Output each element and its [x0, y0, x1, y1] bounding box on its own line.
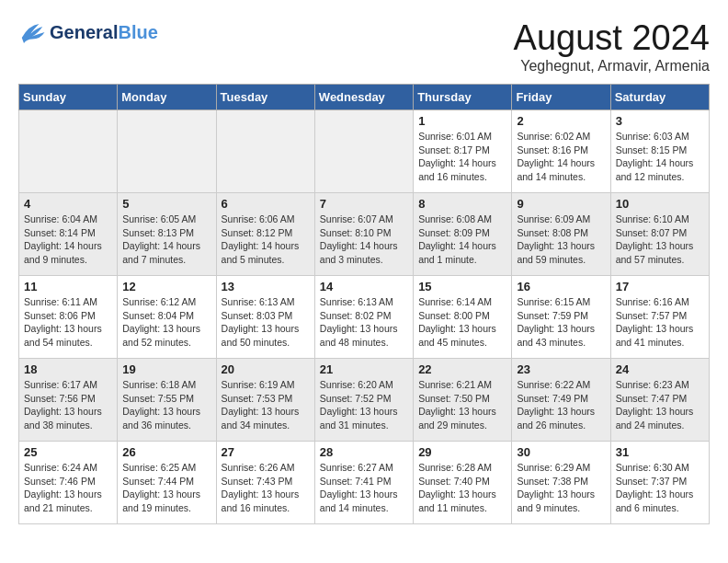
day-number: 11: [24, 280, 112, 293]
day-info: Sunrise: 6:20 AM Sunset: 7:52 PM Dayligh…: [320, 378, 408, 432]
header-day-saturday: Saturday: [610, 85, 709, 110]
day-info: Sunrise: 6:04 AM Sunset: 8:14 PM Dayligh…: [24, 213, 112, 267]
day-number: 22: [418, 362, 506, 376]
day-number: 4: [24, 197, 112, 211]
day-cell-19: 19Sunrise: 6:18 AM Sunset: 7:55 PM Dayli…: [118, 359, 216, 442]
day-cell-29: 29Sunrise: 6:28 AM Sunset: 7:40 PM Dayli…: [414, 442, 512, 524]
logo: GeneralBlue: [18, 18, 158, 46]
empty-cell: [216, 110, 314, 193]
title-block: August 2024 Yeghegnut, Armavir, Armenia: [514, 18, 710, 75]
logo-text: GeneralBlue: [50, 22, 158, 42]
day-cell-15: 15Sunrise: 6:14 AM Sunset: 8:00 PM Dayli…: [414, 276, 512, 359]
header-day-tuesday: Tuesday: [216, 85, 314, 110]
header-day-thursday: Thursday: [414, 85, 512, 110]
day-info: Sunrise: 6:17 AM Sunset: 7:56 PM Dayligh…: [24, 378, 112, 432]
day-info: Sunrise: 6:13 AM Sunset: 8:03 PM Dayligh…: [222, 295, 310, 350]
day-info: Sunrise: 6:30 AM Sunset: 7:37 PM Dayligh…: [616, 461, 704, 515]
day-number: 14: [320, 280, 408, 293]
day-cell-14: 14Sunrise: 6:13 AM Sunset: 8:02 PM Dayli…: [314, 276, 413, 359]
day-info: Sunrise: 6:03 AM Sunset: 8:15 PM Dayligh…: [616, 130, 704, 184]
day-number: 5: [122, 197, 210, 211]
day-number: 19: [122, 362, 210, 376]
day-number: 8: [418, 197, 506, 211]
day-cell-21: 21Sunrise: 6:20 AM Sunset: 7:52 PM Dayli…: [314, 359, 413, 442]
header-day-sunday: Sunday: [19, 85, 118, 110]
day-cell-1: 1Sunrise: 6:01 AM Sunset: 8:17 PM Daylig…: [414, 110, 512, 193]
day-info: Sunrise: 6:29 AM Sunset: 7:38 PM Dayligh…: [517, 461, 605, 515]
day-number: 9: [517, 197, 605, 211]
header-row: SundayMondayTuesdayWednesdayThursdayFrid…: [19, 85, 710, 110]
day-cell-17: 17Sunrise: 6:16 AM Sunset: 7:57 PM Dayli…: [610, 276, 709, 359]
day-number: 21: [320, 362, 408, 376]
day-cell-22: 22Sunrise: 6:21 AM Sunset: 7:50 PM Dayli…: [414, 359, 512, 442]
page-header: GeneralBlue August 2024 Yeghegnut, Armav…: [18, 18, 710, 75]
day-number: 25: [24, 445, 112, 459]
day-info: Sunrise: 6:22 AM Sunset: 7:49 PM Dayligh…: [517, 378, 605, 432]
day-info: Sunrise: 6:01 AM Sunset: 8:17 PM Dayligh…: [418, 130, 506, 184]
day-info: Sunrise: 6:12 AM Sunset: 8:04 PM Dayligh…: [122, 295, 210, 350]
empty-cell: [19, 110, 118, 193]
calendar-table: SundayMondayTuesdayWednesdayThursdayFrid…: [18, 84, 710, 524]
day-info: Sunrise: 6:19 AM Sunset: 7:53 PM Dayligh…: [222, 378, 310, 432]
day-number: 13: [222, 280, 310, 293]
day-number: 18: [24, 362, 112, 376]
logo-icon: [18, 18, 46, 46]
day-number: 23: [517, 362, 605, 376]
location: Yeghegnut, Armavir, Armenia: [514, 58, 710, 75]
day-cell-8: 8Sunrise: 6:08 AM Sunset: 8:09 PM Daylig…: [414, 193, 512, 276]
day-number: 29: [418, 445, 506, 459]
day-info: Sunrise: 6:11 AM Sunset: 8:06 PM Dayligh…: [24, 295, 112, 350]
day-number: 17: [616, 280, 704, 293]
day-cell-13: 13Sunrise: 6:13 AM Sunset: 8:03 PM Dayli…: [216, 276, 314, 359]
day-cell-28: 28Sunrise: 6:27 AM Sunset: 7:41 PM Dayli…: [314, 442, 413, 524]
day-info: Sunrise: 6:14 AM Sunset: 8:00 PM Dayligh…: [418, 295, 506, 350]
header-day-friday: Friday: [512, 85, 610, 110]
day-number: 20: [222, 362, 310, 376]
day-info: Sunrise: 6:06 AM Sunset: 8:12 PM Dayligh…: [222, 213, 310, 267]
day-number: 27: [222, 445, 310, 459]
day-number: 10: [616, 197, 704, 211]
empty-cell: [118, 110, 216, 193]
day-info: Sunrise: 6:23 AM Sunset: 7:47 PM Dayligh…: [616, 378, 704, 432]
day-info: Sunrise: 6:07 AM Sunset: 8:10 PM Dayligh…: [320, 213, 408, 267]
week-row-2: 4Sunrise: 6:04 AM Sunset: 8:14 PM Daylig…: [19, 193, 710, 276]
day-info: Sunrise: 6:27 AM Sunset: 7:41 PM Dayligh…: [320, 461, 408, 515]
day-cell-5: 5Sunrise: 6:05 AM Sunset: 8:13 PM Daylig…: [118, 193, 216, 276]
day-number: 16: [517, 280, 605, 293]
day-cell-27: 27Sunrise: 6:26 AM Sunset: 7:43 PM Dayli…: [216, 442, 314, 524]
day-number: 30: [517, 445, 605, 459]
day-number: 1: [418, 114, 506, 128]
day-info: Sunrise: 6:26 AM Sunset: 7:43 PM Dayligh…: [222, 461, 310, 515]
day-cell-7: 7Sunrise: 6:07 AM Sunset: 8:10 PM Daylig…: [314, 193, 413, 276]
day-number: 2: [517, 114, 605, 128]
day-cell-20: 20Sunrise: 6:19 AM Sunset: 7:53 PM Dayli…: [216, 359, 314, 442]
day-cell-30: 30Sunrise: 6:29 AM Sunset: 7:38 PM Dayli…: [512, 442, 610, 524]
day-cell-18: 18Sunrise: 6:17 AM Sunset: 7:56 PM Dayli…: [19, 359, 118, 442]
day-info: Sunrise: 6:18 AM Sunset: 7:55 PM Dayligh…: [122, 378, 210, 432]
day-cell-23: 23Sunrise: 6:22 AM Sunset: 7:49 PM Dayli…: [512, 359, 610, 442]
day-number: 28: [320, 445, 408, 459]
day-info: Sunrise: 6:16 AM Sunset: 7:57 PM Dayligh…: [616, 295, 704, 350]
day-cell-2: 2Sunrise: 6:02 AM Sunset: 8:16 PM Daylig…: [512, 110, 610, 193]
day-info: Sunrise: 6:08 AM Sunset: 8:09 PM Dayligh…: [418, 213, 506, 267]
day-number: 3: [616, 114, 704, 128]
day-info: Sunrise: 6:10 AM Sunset: 8:07 PM Dayligh…: [616, 213, 704, 267]
day-cell-12: 12Sunrise: 6:12 AM Sunset: 8:04 PM Dayli…: [118, 276, 216, 359]
day-cell-25: 25Sunrise: 6:24 AM Sunset: 7:46 PM Dayli…: [19, 442, 118, 524]
day-info: Sunrise: 6:28 AM Sunset: 7:40 PM Dayligh…: [418, 461, 506, 515]
day-info: Sunrise: 6:05 AM Sunset: 8:13 PM Dayligh…: [122, 213, 210, 267]
day-info: Sunrise: 6:25 AM Sunset: 7:44 PM Dayligh…: [122, 461, 210, 515]
day-number: 26: [122, 445, 210, 459]
empty-cell: [314, 110, 413, 193]
day-info: Sunrise: 6:15 AM Sunset: 7:59 PM Dayligh…: [517, 295, 605, 350]
day-number: 24: [616, 362, 704, 376]
day-cell-16: 16Sunrise: 6:15 AM Sunset: 7:59 PM Dayli…: [512, 276, 610, 359]
month-title: August 2024: [514, 18, 710, 58]
header-day-monday: Monday: [118, 85, 216, 110]
day-info: Sunrise: 6:24 AM Sunset: 7:46 PM Dayligh…: [24, 461, 112, 515]
day-cell-24: 24Sunrise: 6:23 AM Sunset: 7:47 PM Dayli…: [610, 359, 709, 442]
day-number: 12: [122, 280, 210, 293]
day-cell-10: 10Sunrise: 6:10 AM Sunset: 8:07 PM Dayli…: [610, 193, 709, 276]
day-cell-26: 26Sunrise: 6:25 AM Sunset: 7:44 PM Dayli…: [118, 442, 216, 524]
week-row-4: 18Sunrise: 6:17 AM Sunset: 7:56 PM Dayli…: [19, 359, 710, 442]
